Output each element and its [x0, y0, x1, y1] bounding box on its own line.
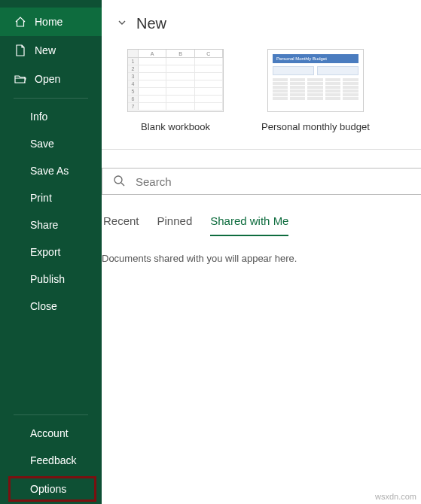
sidebar-item-label: Info	[30, 111, 47, 123]
sidebar-item-label: New	[35, 44, 56, 56]
sidebar-item-label: Save As	[30, 165, 69, 177]
sidebar-item-label: Feedback	[30, 454, 76, 466]
tab-pinned[interactable]: Pinned	[157, 208, 193, 236]
sidebar-item-print[interactable]: Print	[0, 184, 102, 211]
sidebar-item-publish[interactable]: Publish	[0, 266, 102, 293]
section-header[interactable]: New	[102, 15, 421, 43]
sidebar-item-feedback[interactable]: Feedback	[0, 447, 102, 474]
sidebar-item-close[interactable]: Close	[0, 293, 102, 320]
watermark: wsxdn.com	[375, 492, 416, 501]
sidebar-item-label: Export	[30, 246, 60, 258]
sidebar-item-label: Home	[35, 16, 63, 28]
sidebar: Home New Open Info Save Save As Print Sh…	[0, 0, 102, 504]
sidebar-item-label: Print	[30, 192, 52, 204]
sidebar-item-export[interactable]: Export	[0, 238, 102, 266]
sidebar-item-new[interactable]: New	[0, 36, 102, 65]
sidebar-item-open[interactable]: Open	[0, 65, 102, 93]
tab-recent[interactable]: Recent	[103, 208, 139, 236]
sidebar-item-label: Publish	[30, 273, 65, 285]
section-title: New	[136, 15, 166, 32]
template-blank-workbook[interactable]: ABC 1 2 3 4 5 6 7 Blank workbook	[127, 49, 224, 132]
template-thumb: Personal Monthly Budget	[267, 49, 364, 112]
main-panel: New ABC 1 2 3 4 5 6 7 Blank workbook	[102, 0, 421, 504]
sidebar-item-home[interactable]: Home	[0, 8, 102, 36]
divider	[14, 98, 88, 99]
template-thumb: ABC 1 2 3 4 5 6 7	[127, 49, 224, 112]
svg-point-0	[114, 176, 122, 184]
search-input[interactable]	[136, 175, 410, 188]
sidebar-item-label: Save	[30, 138, 54, 150]
sidebar-item-account[interactable]: Account	[0, 420, 102, 447]
sidebar-item-label: Open	[35, 73, 60, 85]
sidebar-item-saveas[interactable]: Save As	[0, 157, 102, 184]
sidebar-item-info[interactable]: Info	[0, 103, 102, 130]
sidebar-item-label: Close	[30, 300, 57, 312]
template-label: Personal monthly budget	[261, 121, 370, 132]
chevron-down-icon	[117, 17, 127, 30]
home-icon	[14, 15, 27, 29]
sidebar-item-save[interactable]: Save	[0, 130, 102, 157]
sidebar-item-share[interactable]: Share	[0, 211, 102, 238]
tabs: Recent Pinned Shared with Me	[102, 208, 421, 236]
templates-row: ABC 1 2 3 4 5 6 7 Blank workbook Persona…	[102, 43, 421, 150]
template-personal-monthly-budget[interactable]: Personal Monthly Budget Personal monthly…	[261, 49, 370, 132]
divider	[14, 414, 88, 415]
search-box	[102, 168, 421, 195]
empty-message: Documents shared with you will appear he…	[102, 242, 421, 264]
open-folder-icon	[14, 72, 27, 86]
search-icon	[113, 175, 125, 189]
new-file-icon	[14, 44, 27, 57]
template-label: Blank workbook	[141, 121, 210, 132]
sidebar-item-label: Options	[30, 483, 66, 495]
tab-shared-with-me[interactable]: Shared with Me	[210, 208, 288, 236]
sidebar-item-label: Share	[30, 219, 58, 231]
sidebar-item-options[interactable]: Options	[8, 475, 97, 502]
sidebar-item-label: Account	[30, 427, 69, 439]
